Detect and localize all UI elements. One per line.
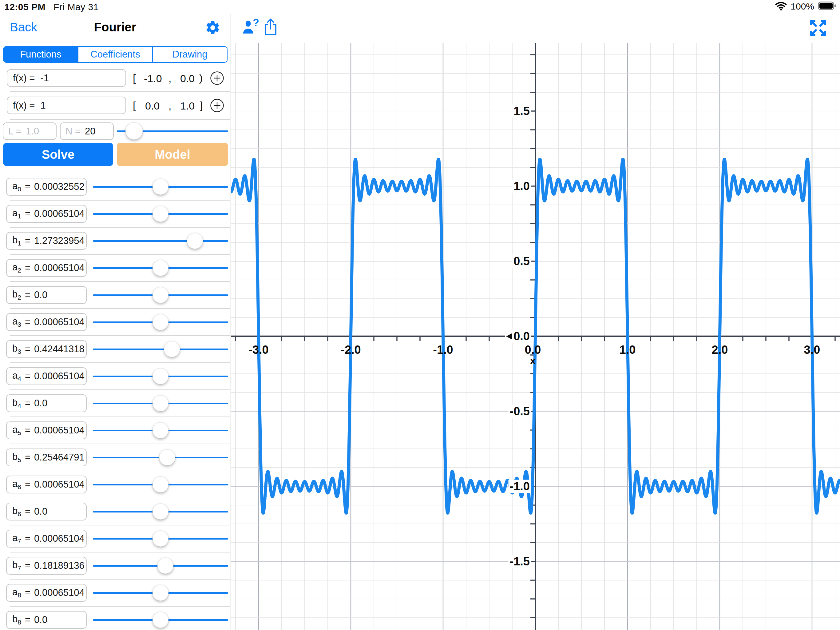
equals-sign: =: [25, 343, 30, 355]
interval-from[interactable]: 0.0: [145, 100, 159, 112]
coefficient-row-a3: a3=0.00065104: [0, 309, 231, 336]
coefficient-slider-thumb[interactable]: [153, 395, 169, 411]
solve-button[interactable]: Solve: [3, 143, 113, 166]
coefficient-value: 0.00032552: [34, 181, 85, 192]
interval-open: [: [133, 99, 136, 111]
coefficient-slider-thumb[interactable]: [153, 503, 169, 519]
equals-sign: =: [25, 371, 30, 382]
interval-to[interactable]: 1.0: [180, 100, 195, 112]
coefficient-slider-track[interactable]: [93, 240, 228, 242]
coefficient-field-a3[interactable]: a3=0.00065104: [6, 313, 87, 331]
model-button[interactable]: Model: [117, 143, 228, 166]
coefficient-slider-thumb[interactable]: [153, 531, 169, 547]
plot-area[interactable]: -3.0-2.0-1.00.01.02.03.0x1.51.00.5-0.5-1…: [231, 43, 840, 630]
period-field[interactable]: L = 1.0: [3, 122, 57, 140]
settings-button[interactable]: [205, 20, 221, 36]
function-input-2[interactable]: f(x) = 1: [7, 97, 126, 114]
help-contact-button[interactable]: ?: [242, 19, 256, 36]
coefficient-field-a1[interactable]: a1=0.00065104: [6, 205, 87, 223]
coefficient-field-a6[interactable]: a6=0.00065104: [6, 476, 87, 494]
coefficient-value: 0.0: [34, 506, 47, 517]
coefficient-field-b1[interactable]: b1=1.27323954: [6, 232, 87, 250]
separator: [10, 91, 230, 92]
coefficient-slider-thumb[interactable]: [153, 260, 169, 276]
coefficient-label: b5: [12, 451, 21, 464]
function-input-1[interactable]: f(x) = -1: [7, 69, 126, 87]
equals-sign: =: [25, 398, 30, 409]
share-button[interactable]: [264, 19, 277, 36]
tab-bar: Functions Coefficients Drawing: [3, 46, 227, 63]
coefficient-field-a0[interactable]: a0=0.00032552: [6, 178, 87, 196]
coefficient-field-b8[interactable]: b8=0.0: [6, 611, 87, 629]
coefficient-label: a4: [12, 370, 21, 382]
coefficient-value: 1.27323954: [34, 235, 85, 246]
coefficient-field-b6[interactable]: b6=0.0: [6, 503, 87, 521]
coefficient-row-b1: b1=1.27323954: [0, 227, 231, 255]
axis-arrow-icon: [506, 333, 512, 339]
equals-sign: =: [25, 290, 30, 301]
coefficient-slider-thumb[interactable]: [153, 287, 169, 303]
terms-field[interactable]: N = 20: [60, 122, 114, 140]
coefficient-slider-thumb[interactable]: [153, 612, 169, 628]
coefficient-row-a4: a4=0.00065104: [0, 362, 231, 390]
interval-to[interactable]: 0.0: [180, 73, 195, 85]
period-label: L =: [8, 126, 22, 137]
coefficient-slider-thumb[interactable]: [153, 423, 169, 438]
tab-drawing[interactable]: Drawing: [152, 47, 227, 62]
equals-sign: =: [25, 479, 30, 490]
coefficient-value: 0.42441318: [34, 343, 85, 355]
coefficient-label: b8: [12, 614, 21, 626]
person-help-icon: ?: [242, 19, 256, 36]
coefficient-slider-thumb[interactable]: [187, 233, 203, 249]
tab-coefficients[interactable]: Coefficients: [78, 47, 153, 62]
coefficient-field-b3[interactable]: b3=0.42441318: [6, 340, 87, 358]
coefficient-slider-track[interactable]: [93, 348, 228, 350]
coefficient-slider-thumb[interactable]: [153, 476, 169, 492]
function-label: f(x) =: [13, 100, 35, 111]
coefficient-field-a7[interactable]: a7=0.00065104: [6, 530, 87, 548]
add-function-button-1[interactable]: [210, 71, 224, 86]
coefficient-label: b3: [12, 343, 21, 355]
x-tick-label: -2.0: [341, 343, 361, 356]
terms-value: 20: [85, 126, 95, 137]
status-clock: 12:05 PMFri May 31: [4, 2, 99, 12]
equals-sign: =: [25, 560, 30, 571]
coefficient-slider-thumb[interactable]: [153, 368, 169, 384]
function-value: -1: [40, 73, 49, 84]
x-tick-label: 1.0: [619, 343, 636, 356]
coefficient-slider-thumb[interactable]: [153, 585, 169, 601]
coefficient-field-a5[interactable]: a5=0.00065104: [6, 421, 87, 439]
coefficient-slider-thumb[interactable]: [159, 450, 175, 465]
coefficient-row-b6: b6=0.0: [0, 498, 231, 525]
fullscreen-button[interactable]: [809, 19, 827, 38]
coefficient-field-b5[interactable]: b5=0.25464791: [6, 448, 87, 466]
add-function-button-2[interactable]: [210, 98, 224, 114]
fourier-plot[interactable]: [231, 43, 840, 630]
interval-from[interactable]: -1.0: [144, 73, 162, 85]
tab-functions[interactable]: Functions: [4, 47, 78, 62]
coefficient-field-a8[interactable]: a8=0.00065104: [6, 584, 87, 602]
y-tick-label: 1.0: [512, 180, 531, 193]
coefficient-slider-thumb[interactable]: [158, 558, 174, 574]
plus-circle-icon: [210, 82, 224, 86]
share-icon: [264, 32, 277, 36]
interval-close: ): [199, 72, 203, 84]
coefficient-label: a7: [12, 532, 21, 545]
terms-slider-thumb[interactable]: [125, 122, 143, 140]
equals-sign: =: [25, 181, 30, 192]
coefficient-slider-thumb[interactable]: [153, 206, 169, 222]
coefficient-slider-thumb[interactable]: [164, 341, 180, 357]
coefficient-field-b7[interactable]: b7=0.18189136: [6, 557, 87, 575]
coefficient-field-a4[interactable]: a4=0.00065104: [6, 367, 87, 385]
battery-percent: 100%: [791, 1, 814, 12]
coefficient-slider-thumb[interactable]: [153, 179, 169, 195]
interval-comma: ,: [169, 100, 171, 112]
coefficient-field-b2[interactable]: b2=0.0: [6, 286, 87, 304]
coefficient-label: a6: [12, 478, 21, 491]
coefficient-slider-thumb[interactable]: [153, 314, 169, 330]
function-value: 1: [40, 100, 46, 111]
coefficient-field-a2[interactable]: a2=0.00065104: [6, 259, 87, 277]
y-tick-label: -0.5: [508, 405, 531, 418]
status-bar: 12:05 PMFri May 31 100%: [0, 0, 840, 14]
coefficient-field-b4[interactable]: b4=0.0: [6, 394, 87, 412]
